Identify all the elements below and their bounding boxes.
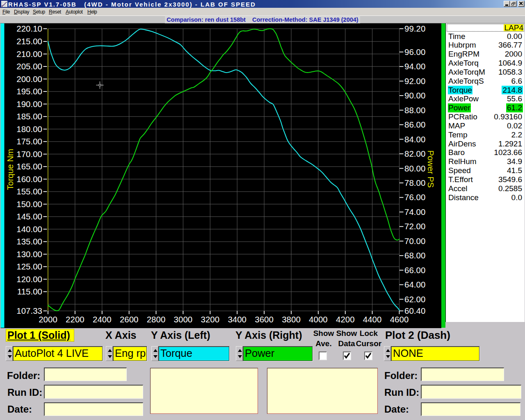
svg-text:2000: 2000 [39, 315, 57, 324]
svg-text:4000: 4000 [309, 315, 328, 324]
svg-text:135.00: 135.00 [16, 237, 42, 246]
svg-text:62.00: 62.00 [404, 294, 425, 304]
svg-text:115.00: 115.00 [17, 287, 42, 296]
svg-text:170.00: 170.00 [16, 149, 42, 159]
svg-text:4400: 4400 [363, 315, 382, 324]
svg-text:84.00: 84.00 [404, 135, 425, 144]
svg-text:3400: 3400 [228, 315, 247, 324]
svg-text:66.00: 66.00 [404, 265, 425, 275]
svg-text:64.00: 64.00 [404, 280, 425, 289]
svg-text:215.00: 215.00 [16, 37, 42, 46]
svg-text:76.00: 76.00 [404, 192, 425, 202]
svg-text:120.00: 120.00 [16, 274, 42, 284]
svg-text:99.20: 99.20 [404, 24, 425, 33]
svg-text:72.00: 72.00 [404, 221, 425, 231]
svg-text:82.00: 82.00 [404, 149, 425, 158]
svg-text:2400: 2400 [93, 315, 112, 324]
svg-text:70.00: 70.00 [404, 236, 425, 246]
svg-text:140.00: 140.00 [16, 224, 42, 234]
svg-text:2200: 2200 [66, 315, 84, 324]
svg-text:4200: 4200 [336, 315, 355, 324]
svg-text:155.00: 155.00 [16, 187, 42, 196]
svg-text:180.00: 180.00 [16, 124, 42, 134]
svg-text:2800: 2800 [147, 315, 166, 324]
svg-text:145.00: 145.00 [16, 212, 42, 221]
svg-text:2600: 2600 [120, 315, 139, 324]
svg-text:68.00: 68.00 [404, 251, 425, 260]
svg-text:195.00: 195.00 [16, 87, 42, 96]
svg-text:96.00: 96.00 [404, 47, 425, 57]
svg-text:185.00: 185.00 [16, 112, 42, 121]
svg-text:88.00: 88.00 [404, 105, 425, 115]
svg-text:107.33: 107.33 [16, 306, 42, 315]
svg-text:90.00: 90.00 [404, 91, 425, 100]
svg-text:86.00: 86.00 [404, 120, 425, 129]
svg-text:160.00: 160.00 [16, 174, 42, 184]
svg-text:150.00: 150.00 [16, 199, 42, 209]
svg-text:4600: 4600 [390, 315, 409, 324]
svg-text:Power PS: Power PS [426, 150, 436, 187]
svg-text:3600: 3600 [255, 315, 274, 324]
svg-text:3000: 3000 [174, 315, 193, 324]
svg-text:200.00: 200.00 [16, 74, 42, 84]
svg-text:3800: 3800 [282, 315, 301, 324]
svg-text:125.00: 125.00 [16, 262, 42, 271]
svg-text:165.00: 165.00 [16, 162, 42, 171]
svg-text:205.00: 205.00 [16, 62, 42, 71]
svg-text:74.00: 74.00 [404, 207, 425, 217]
svg-text:130.00: 130.00 [16, 249, 42, 259]
svg-text:78.00: 78.00 [404, 178, 425, 187]
svg-text:220.10: 220.10 [16, 24, 42, 33]
svg-text:94.00: 94.00 [404, 62, 425, 71]
svg-text:80.00: 80.00 [404, 164, 425, 173]
svg-text:60.40: 60.40 [404, 306, 425, 315]
svg-text:3200: 3200 [201, 315, 219, 324]
svg-text:92.00: 92.00 [404, 76, 425, 86]
svg-text:Torque Nm: Torque Nm [5, 149, 15, 190]
svg-text:190.00: 190.00 [16, 99, 42, 109]
svg-text:175.00: 175.00 [16, 137, 42, 146]
svg-text:210.00: 210.00 [16, 49, 42, 59]
